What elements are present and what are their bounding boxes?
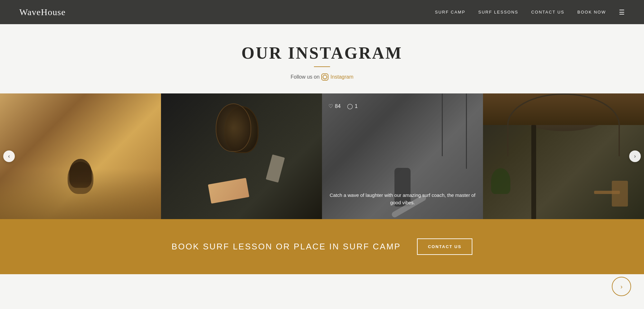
instagram-title: OUR INSTAGRAM [6,43,638,63]
surfer-silhouette [69,159,92,188]
nav-surf-lessons[interactable]: SURF LESSONS [478,10,518,14]
carousel-prev-button[interactable]: ‹ [3,150,15,162]
instagram-follow[interactable]: Follow us on Instagram [6,73,638,81]
nav-surf-camp[interactable]: SURF CAMP [435,10,466,14]
chair [612,181,628,207]
column [531,125,536,219]
comments-count: 1 [355,103,358,109]
photo-caption: Catch a wave of laughter with our amazin… [328,192,477,206]
plant [491,168,510,194]
instagram-photo-2[interactable] [161,93,322,219]
photo-3-overlay: ♡ 84 ◯ 1 Catch a wave of laughter with o… [322,93,483,219]
nav-logo[interactable]: WaveHouse [19,7,66,17]
arch [507,93,620,156]
heart-icon: ♡ [328,103,333,109]
instagram-divider [314,66,330,67]
instagram-photo-3[interactable]: ♡ 84 ◯ 1 Catch a wave of laughter with o… [322,93,483,219]
menu-book [208,178,250,204]
nav-book-now[interactable]: BOOK NOW [577,10,606,14]
photo-4-bg [483,93,644,219]
glass-dome [216,103,251,152]
instagram-link[interactable]: Instagram [330,74,353,80]
instagram-photo-1[interactable] [0,93,161,219]
likes-count: 84 [335,103,341,109]
photo-comments: ◯ 1 [347,103,358,109]
follow-text: Follow us on [291,74,320,80]
cta-contact-button[interactable]: CONTACT US [417,238,472,255]
photo-3-stats: ♡ 84 ◯ 1 [328,103,477,109]
photo-likes: ♡ 84 [328,103,341,109]
nav-links: SURF CAMP SURF LESSONS CONTACT US BOOK N… [435,8,625,16]
menu-icon[interactable]: ☰ [619,8,625,16]
photo-2-bg [161,93,322,219]
instagram-photo-grid: ‹ ♡ [0,93,644,219]
cutlery [266,154,285,183]
carousel-next-button[interactable]: › [629,150,641,162]
cta-section: BOOK SURF LESSON OR PLACE IN SURF CAMP C… [0,219,644,274]
instagram-photo-4[interactable] [483,93,644,219]
navbar: WaveHouse SURF CAMP SURF LESSONS CONTACT… [0,0,644,24]
nav-contact-us[interactable]: CONTACT US [531,10,564,14]
photo-1-bg [0,93,161,219]
cta-text: BOOK SURF LESSON OR PLACE IN SURF CAMP [172,242,401,252]
comment-icon: ◯ [347,103,353,109]
water-ripples [0,181,161,219]
instagram-section: OUR INSTAGRAM Follow us on Instagram [0,24,644,93]
instagram-icon [321,73,328,81]
